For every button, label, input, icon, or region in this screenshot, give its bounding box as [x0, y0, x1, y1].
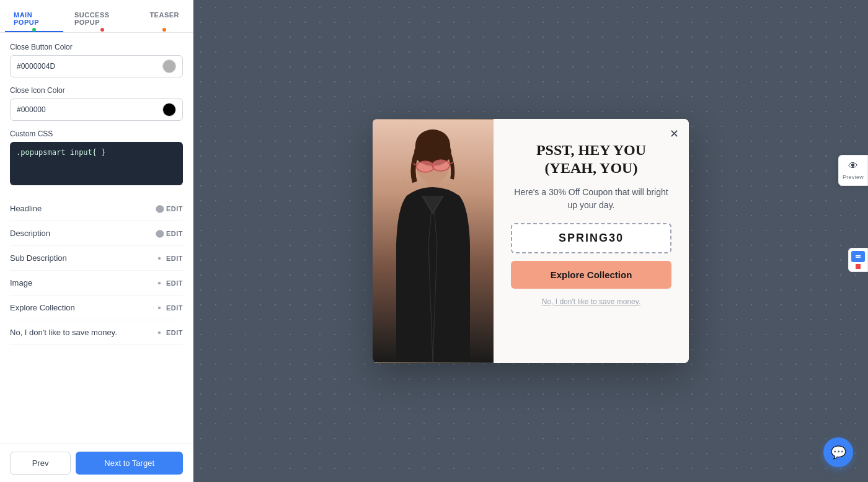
tab-teaser[interactable]: TEASER	[141, 5, 188, 32]
svg-point-8	[417, 161, 434, 172]
coupon-code-box: SPRING30	[511, 223, 671, 253]
gear-icon-explore	[155, 304, 164, 312]
gear-icon-desc	[155, 229, 164, 238]
edit-row-sub-description-label: Sub Description	[10, 253, 67, 263]
chat-icon: 💬	[831, 445, 846, 460]
edit-description-button[interactable]: EDIT	[155, 229, 183, 238]
tab-dot-success	[100, 28, 104, 32]
gear-icon-decline	[155, 328, 164, 337]
edit-row-image[interactable]: Image EDIT	[10, 271, 183, 296]
tab-dot-main	[32, 28, 36, 32]
close-icon-color-input[interactable]: #000000	[10, 99, 183, 121]
close-button-color-label: Close Button Color	[10, 43, 183, 51]
svg-point-1	[158, 256, 161, 259]
edit-row-sub-description[interactable]: Sub Description EDIT	[10, 246, 183, 271]
edit-explore-button[interactable]: EDIT	[155, 304, 183, 312]
edit-row-headline[interactable]: Headline EDIT	[10, 196, 183, 221]
svg-rect-15	[856, 257, 861, 258]
tab-success-popup[interactable]: SUCCESS POPUP	[66, 5, 138, 32]
tabs-bar: MAIN POPUP SUCCESS POPUP TEASER	[0, 0, 193, 33]
popup-description: Here's a 30% Off Coupon that will bright…	[511, 186, 671, 212]
popup-close-button[interactable]: ✕	[666, 126, 681, 141]
custom-css-label: Custom CSS	[10, 129, 183, 138]
edit-row-explore-label: Explore Collection	[10, 303, 75, 312]
edit-headline-button[interactable]: EDIT	[155, 204, 183, 213]
gear-icon-image	[155, 279, 164, 287]
edit-row-description-label: Description	[10, 229, 50, 238]
ctrl-icon	[855, 253, 861, 260]
svg-point-2	[158, 281, 161, 284]
gear-icon-subdesc	[155, 254, 164, 263]
ctrl-red-dot	[856, 264, 861, 269]
popup-decline-link[interactable]: No, I don't like to save money.	[542, 297, 640, 306]
svg-point-3	[158, 306, 161, 309]
svg-point-9	[432, 160, 450, 171]
custom-css-textarea[interactable]: .popupsmart input{ }	[10, 142, 183, 185]
edit-row-headline-label: Headline	[10, 204, 42, 213]
ctrl-blue-button[interactable]	[851, 251, 865, 262]
svg-rect-14	[856, 255, 861, 256]
woman-figure-svg	[373, 119, 494, 363]
eye-icon: 👁	[848, 160, 858, 172]
preview-area: ✕	[193, 0, 868, 482]
popup-image-panel	[373, 119, 494, 363]
popup-content-panel: PSST, HEY YOU (YEAH, YOU) Here's a 30% O…	[494, 119, 689, 363]
edit-row-decline[interactable]: No, I don't like to save money. EDIT	[10, 320, 183, 345]
popup-cta-button[interactable]: Explore Collection	[511, 261, 671, 289]
close-icon-color-label: Close Icon Color	[10, 86, 183, 95]
panel-content: Close Button Color #0000004D Close Icon …	[0, 33, 193, 444]
edit-row-image-label: Image	[10, 278, 32, 287]
svg-point-4	[158, 331, 161, 333]
preview-controls	[848, 248, 868, 272]
edit-decline-button[interactable]: EDIT	[155, 328, 183, 337]
edit-image-button[interactable]: EDIT	[155, 279, 183, 287]
tab-dot-teaser	[162, 28, 166, 32]
next-button[interactable]: Next to Target	[76, 452, 183, 475]
popup-headline: PSST, HEY YOU (YEAH, YOU)	[536, 141, 646, 177]
edit-row-decline-label: No, I don't like to save money.	[10, 328, 117, 337]
popup-modal: ✕	[373, 119, 689, 363]
close-button-color-swatch[interactable]	[162, 59, 176, 73]
tab-main-popup[interactable]: MAIN POPUP	[5, 5, 63, 32]
edit-row-explore-collection[interactable]: Explore Collection EDIT	[10, 296, 183, 320]
left-panel: MAIN POPUP SUCCESS POPUP TEASER Close Bu…	[0, 0, 193, 482]
close-icon-color-swatch[interactable]	[162, 103, 176, 116]
chat-button[interactable]: 💬	[823, 437, 853, 467]
preview-side-button[interactable]: 👁 Preview	[838, 155, 868, 186]
gear-icon	[155, 204, 164, 213]
prev-button[interactable]: Prev	[10, 452, 71, 475]
edit-sub-description-button[interactable]: EDIT	[155, 254, 183, 263]
preview-label: Preview	[843, 174, 864, 180]
panel-footer: Prev Next to Target	[0, 444, 193, 482]
edit-row-description[interactable]: Description EDIT	[10, 221, 183, 246]
close-button-color-input[interactable]: #0000004D	[10, 55, 183, 77]
